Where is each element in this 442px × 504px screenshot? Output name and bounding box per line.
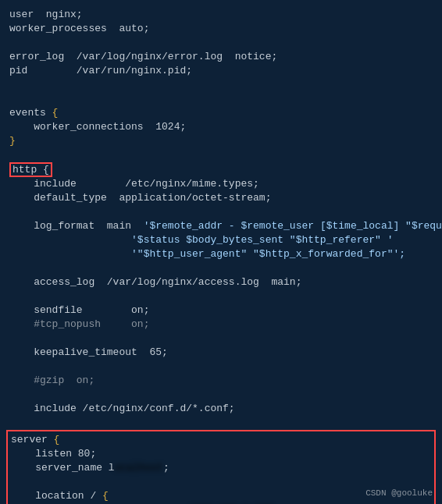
http-block-start: http { (0, 162, 442, 177)
code-line (0, 148, 442, 162)
code-text: default_type application/octet-stream; (9, 191, 271, 205)
code-text: error_log /var/log/nginx/error.log notic… (9, 50, 277, 64)
code-line (0, 416, 442, 430)
code-line: user nginx; (0, 8, 442, 22)
code-text: keepalive_timeout 65; (9, 346, 168, 360)
code-line: '$status $body_bytes_sent "$http_referer… (0, 233, 442, 247)
code-line: listen 80; (11, 447, 431, 461)
code-line: } (0, 134, 442, 148)
code-text: ; (163, 461, 169, 475)
code-line (0, 92, 442, 106)
code-line: access_log /var/log/nginx/access.log mai… (0, 275, 442, 289)
watermark-text: CSDN @gooluke (365, 488, 433, 498)
code-line: events { (0, 106, 442, 120)
code-string: '$remote_addr - $remote_user [$time_loca… (144, 219, 442, 233)
code-comment: #gzip on; (9, 374, 94, 388)
bracket: { (54, 433, 60, 447)
code-line (0, 388, 442, 402)
code-line (0, 78, 442, 92)
code-line: default_type application/octet-stream; (0, 191, 442, 205)
code-string: '"$http_user_agent" "$http_x_forwarded_f… (9, 247, 405, 261)
code-text: sendfile on; (9, 303, 149, 318)
code-text: user nginx; (9, 8, 83, 22)
code-line: include /etc/nginx/conf.d/*.conf; (0, 402, 442, 416)
code-text: worker_processes auto; (9, 22, 149, 36)
code-string: '$status $body_bytes_sent "$http_referer… (9, 233, 393, 247)
code-text: pid /var/run/nginx.pid; (9, 64, 192, 78)
code-text: access_log /var/log/nginx/access.log mai… (9, 275, 301, 289)
code-line (0, 332, 442, 346)
code-line (0, 289, 442, 303)
code-text: events (9, 106, 52, 120)
code-text: server (11, 433, 54, 447)
code-line: '"$http_user_agent" "$http_x_forwarded_f… (0, 247, 442, 261)
code-text: include /etc/nginx/mime.types; (9, 177, 259, 191)
code-line (0, 261, 442, 275)
blurred-text: ocalhost (115, 461, 163, 475)
server-name-line: server_name localhost; (11, 461, 431, 475)
watermark: CSDN @gooluke (365, 488, 433, 498)
http-keyword: http { (9, 162, 52, 177)
code-line: worker_processes auto; (0, 22, 442, 36)
code-line: error_log /var/log/nginx/error.log notic… (0, 50, 442, 64)
code-line: include /etc/nginx/mime.types; (0, 177, 442, 191)
code-line: sendfile on; (0, 303, 442, 318)
code-line (0, 36, 442, 50)
code-text: worker_connections 1024; (9, 120, 186, 134)
code-line: pid /var/run/nginx.pid; (0, 64, 442, 78)
worker-connections-line: worker_connections 1024; (0, 120, 442, 134)
code-text: listen 80; (11, 447, 96, 461)
code-line (0, 205, 442, 219)
bracket: } (9, 134, 16, 148)
code-line (0, 360, 442, 374)
code-text: location / (11, 489, 102, 503)
bracket: { (52, 106, 59, 120)
server-block-start: server { (11, 433, 431, 447)
code-line: #tcp_nopush on; (0, 318, 442, 332)
code-line: keepalive_timeout 65; (0, 346, 442, 360)
code-editor: user nginx; worker_processes auto; error… (0, 0, 442, 504)
bracket: { (102, 489, 109, 503)
code-text: server_name l (11, 461, 115, 475)
code-line (11, 475, 431, 489)
code-text: include /etc/nginx/conf.d/*.conf; (9, 402, 235, 416)
code-line: #gzip on; (0, 374, 442, 388)
code-line: log_format main '$remote_addr - $remote_… (0, 219, 442, 233)
code-text: log_format main (9, 219, 144, 233)
code-comment: #tcp_nopush on; (9, 318, 149, 332)
